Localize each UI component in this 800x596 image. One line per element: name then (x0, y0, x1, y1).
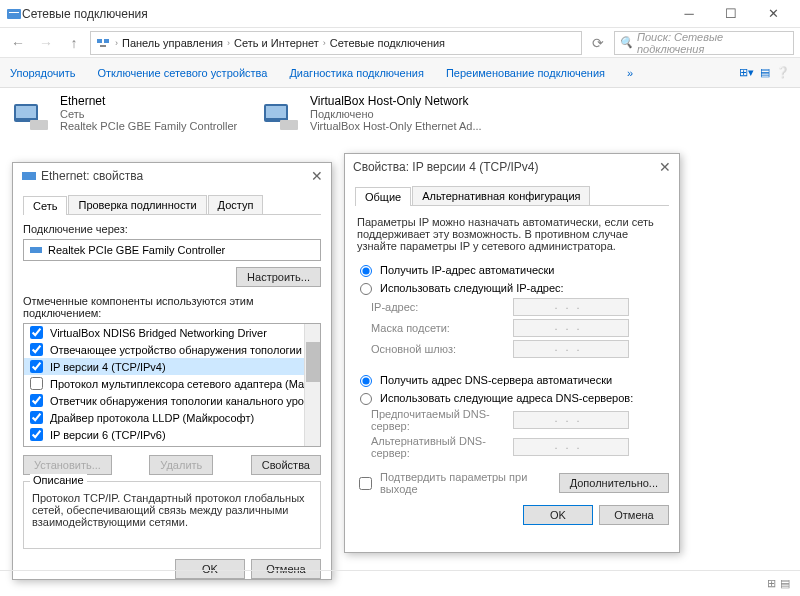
tab-auth[interactable]: Проверка подлинности (68, 195, 206, 214)
cmd-rename[interactable]: Переименование подключения (446, 67, 605, 79)
radio-auto-dns[interactable]: Получить адрес DNS-сервера автоматически (355, 372, 669, 387)
close-button[interactable]: ✕ (752, 1, 794, 27)
description-title: Описание (30, 474, 87, 486)
address-bar[interactable]: › Панель управления › Сеть и Интернет › … (90, 31, 582, 55)
view-details-button[interactable]: ▤ (760, 66, 770, 79)
up-button[interactable]: ↑ (62, 31, 86, 55)
gateway-label: Основной шлюз: (371, 343, 507, 355)
svg-rect-0 (7, 9, 21, 19)
dialog-title: Ethernet: свойства (41, 169, 143, 183)
list-item: Драйвер протокола LLDP (Майкрософт) (24, 409, 320, 426)
conn-status: Подключено (310, 108, 482, 120)
list-item: Ответчик обнаружения топологии канальног… (24, 392, 320, 409)
adapter-icon (28, 242, 44, 258)
svg-rect-2 (97, 39, 102, 43)
svg-rect-10 (280, 120, 298, 130)
list-item: VirtualBox NDIS6 Bridged Networking Driv… (24, 324, 320, 341)
titlebar: Сетевые подключения ─ ☐ ✕ (0, 0, 800, 28)
component-checkbox[interactable] (30, 343, 43, 356)
ok-button[interactable]: OK (523, 505, 593, 525)
forward-button[interactable]: → (34, 31, 58, 55)
dns1-label: Предпочитаемый DNS-сервер: (371, 408, 507, 432)
dialog-titlebar: Ethernet: свойства ✕ (13, 163, 331, 189)
scrollbar[interactable] (304, 324, 320, 446)
intro-text: Параметры IP можно назначать автоматичес… (357, 216, 667, 252)
ip-label: IP-адрес: (371, 301, 507, 313)
mask-label: Маска подсети: (371, 322, 507, 334)
network-icon (95, 35, 111, 51)
conn-name: VirtualBox Host-Only Network (310, 94, 482, 108)
cmd-diagnose[interactable]: Диагностика подключения (289, 67, 423, 79)
list-item: IP версии 4 (TCP/IPv4) (24, 358, 320, 375)
component-checkbox[interactable] (30, 326, 43, 339)
component-checkbox[interactable] (30, 360, 43, 373)
connections-list: Ethernet Сеть Realtek PCIe GBE Family Co… (0, 88, 800, 150)
cmd-disable[interactable]: Отключение сетевого устройства (97, 67, 267, 79)
svg-rect-1 (9, 12, 19, 13)
dns1-input: ... (513, 411, 629, 429)
configure-button[interactable]: Настроить... (236, 267, 321, 287)
connection-ethernet[interactable]: Ethernet Сеть Realtek PCIe GBE Family Co… (10, 94, 240, 144)
command-bar: Упорядочить Отключение сетевого устройст… (0, 58, 800, 88)
conn-name: Ethernet (60, 94, 237, 108)
component-checkbox[interactable] (30, 394, 43, 407)
help-button[interactable]: ❔ (776, 66, 790, 79)
nic-name: Realtek PCIe GBE Family Controller (48, 244, 225, 256)
search-placeholder: Поиск: Сетевые подключения (637, 31, 789, 55)
svg-rect-11 (22, 172, 36, 180)
view-icons-button[interactable]: ⊞▾ (739, 66, 754, 79)
svg-rect-6 (16, 106, 36, 118)
conn-status: Сеть (60, 108, 237, 120)
tab-access[interactable]: Доступ (208, 195, 264, 214)
conn-adapter: VirtualBox Host-Only Ethernet Ad... (310, 120, 482, 132)
crumb-control-panel[interactable]: Панель управления (122, 37, 223, 49)
search-icon: 🔍 (619, 36, 633, 49)
components-label: Отмеченные компоненты используются этим … (23, 295, 321, 319)
advanced-button[interactable]: Дополнительно... (559, 473, 669, 493)
dns2-label: Альтернативный DNS-сервер: (371, 435, 507, 459)
list-item: IP версии 6 (TCP/IPv6) (24, 426, 320, 443)
radio-manual-dns[interactable]: Использовать следующие адреса DNS-сервер… (355, 390, 669, 405)
close-icon[interactable]: ✕ (311, 168, 323, 184)
connection-virtualbox[interactable]: VirtualBox Host-Only Network Подключено … (260, 94, 490, 144)
tab-general[interactable]: Общие (355, 187, 411, 206)
svg-rect-12 (30, 247, 42, 253)
search-box[interactable]: 🔍 Поиск: Сетевые подключения (614, 31, 794, 55)
dns2-input: ... (513, 438, 629, 456)
component-checkbox[interactable] (30, 428, 43, 441)
back-button[interactable]: ← (6, 31, 30, 55)
description-group: Описание Протокол TCP/IP. Стандартный пр… (23, 481, 321, 549)
close-icon[interactable]: ✕ (659, 159, 671, 175)
dialog-titlebar: Свойства: IP версии 4 (TCP/IPv4) ✕ (345, 154, 679, 180)
svg-rect-4 (100, 45, 106, 47)
maximize-button[interactable]: ☐ (710, 1, 752, 27)
tab-alternative[interactable]: Альтернативная конфигурация (412, 186, 590, 205)
crumb-connections[interactable]: Сетевые подключения (330, 37, 445, 49)
nic-display: Realtek PCIe GBE Family Controller (23, 239, 321, 261)
view-list-icon[interactable]: ▤ (780, 577, 790, 590)
list-item: Отвечающее устройство обнаружения тополо… (24, 341, 320, 358)
cancel-button[interactable]: Отмена (599, 505, 669, 525)
navbar: ← → ↑ › Панель управления › Сеть и Интер… (0, 28, 800, 58)
ip-input: ... (513, 298, 629, 316)
minimize-button[interactable]: ─ (668, 1, 710, 27)
properties-button[interactable]: Свойства (251, 455, 321, 475)
component-checkbox[interactable] (30, 411, 43, 424)
window-icon (6, 6, 22, 22)
refresh-button[interactable]: ⟳ (586, 31, 610, 55)
install-button[interactable]: Установить... (23, 455, 112, 475)
component-checkbox[interactable] (30, 377, 43, 390)
conn-adapter: Realtek PCIe GBE Family Controller (60, 120, 237, 132)
statusbar: ⊞ ▤ (0, 570, 800, 596)
ethernet-properties-dialog: Ethernet: свойства ✕ Сеть Проверка подли… (12, 162, 332, 580)
radio-auto-ip[interactable]: Получить IP-адрес автоматически (355, 262, 669, 277)
remove-button[interactable]: Удалить (149, 455, 213, 475)
tab-network[interactable]: Сеть (23, 196, 67, 215)
components-list[interactable]: VirtualBox NDIS6 Bridged Networking Driv… (23, 323, 321, 447)
dialog-title: Свойства: IP версии 4 (TCP/IPv4) (353, 160, 539, 174)
radio-manual-ip[interactable]: Использовать следующий IP-адрес: (355, 280, 669, 295)
view-large-icon[interactable]: ⊞ (767, 577, 776, 590)
cmd-arrange[interactable]: Упорядочить (10, 67, 75, 79)
validate-checkbox[interactable] (359, 477, 372, 490)
crumb-net-internet[interactable]: Сеть и Интернет (234, 37, 319, 49)
